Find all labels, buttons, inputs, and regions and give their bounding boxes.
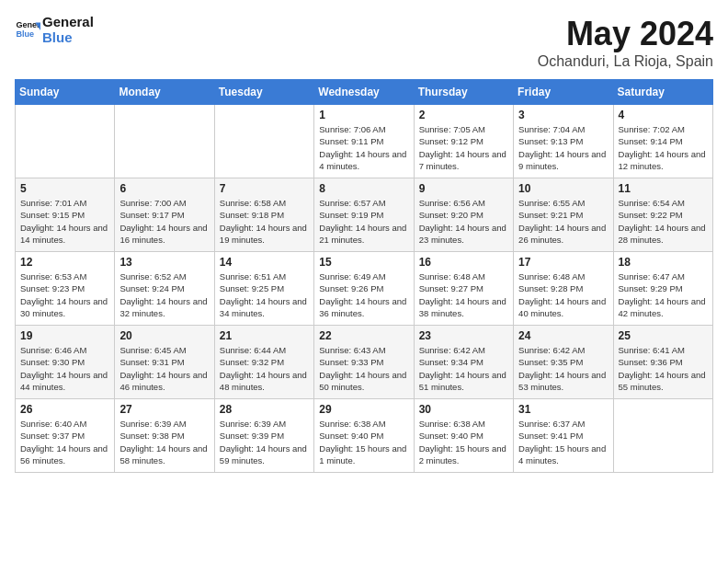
day-number: 20 (119, 329, 209, 342)
day-number: 17 (518, 256, 608, 269)
svg-text:General: General (16, 20, 40, 29)
calendar-cell: 16Sunrise: 6:48 AMSunset: 9:27 PMDayligh… (414, 252, 513, 326)
weekday-header-wednesday: Wednesday (314, 80, 414, 105)
location-title: Ochanduri, La Rioja, Spain (538, 53, 713, 70)
day-info: Sunrise: 6:49 AMSunset: 9:26 PMDaylight:… (319, 270, 408, 319)
calendar-cell: 18Sunrise: 6:47 AMSunset: 9:29 PMDayligh… (613, 252, 712, 326)
calendar-cell: 12Sunrise: 6:53 AMSunset: 9:23 PMDayligh… (16, 252, 115, 326)
day-number: 12 (20, 256, 109, 269)
calendar-week-row: 19Sunrise: 6:46 AMSunset: 9:30 PMDayligh… (16, 326, 713, 399)
day-info: Sunrise: 7:06 AMSunset: 9:11 PMDaylight:… (319, 123, 408, 172)
calendar-cell: 7Sunrise: 6:58 AMSunset: 9:18 PMDaylight… (214, 178, 313, 252)
day-info: Sunrise: 6:42 AMSunset: 9:35 PMDaylight:… (518, 344, 608, 393)
day-number: 8 (319, 182, 408, 195)
day-info: Sunrise: 7:01 AMSunset: 9:15 PMDaylight:… (20, 197, 109, 246)
day-info: Sunrise: 6:38 AMSunset: 9:40 PMDaylight:… (319, 418, 408, 466)
calendar-cell: 19Sunrise: 6:46 AMSunset: 9:30 PMDayligh… (16, 326, 115, 399)
day-info: Sunrise: 7:05 AMSunset: 9:12 PMDaylight:… (419, 123, 508, 172)
calendar-cell: 6Sunrise: 7:00 AMSunset: 9:17 PMDaylight… (115, 178, 214, 252)
weekday-header-friday: Friday (514, 80, 613, 105)
month-title: May 2024 (538, 15, 713, 53)
calendar-week-row: 26Sunrise: 6:40 AMSunset: 9:37 PMDayligh… (16, 399, 713, 473)
calendar-cell: 4Sunrise: 7:02 AMSunset: 9:14 PMDaylight… (613, 105, 712, 178)
day-info: Sunrise: 6:39 AMSunset: 9:38 PMDaylight:… (119, 418, 209, 466)
calendar-cell: 29Sunrise: 6:38 AMSunset: 9:40 PMDayligh… (314, 399, 414, 473)
calendar-cell: 21Sunrise: 6:44 AMSunset: 9:32 PMDayligh… (214, 326, 313, 399)
day-number: 11 (619, 182, 708, 195)
calendar-cell (214, 105, 313, 178)
day-number: 18 (619, 256, 708, 269)
day-info: Sunrise: 6:53 AMSunset: 9:23 PMDaylight:… (20, 270, 109, 319)
day-info: Sunrise: 6:38 AMSunset: 9:40 PMDaylight:… (419, 418, 508, 466)
day-number: 26 (20, 403, 109, 416)
calendar-cell: 10Sunrise: 6:55 AMSunset: 9:21 PMDayligh… (514, 178, 613, 252)
day-number: 30 (419, 403, 508, 416)
day-number: 25 (619, 329, 708, 342)
logo: General Blue General Blue (15, 15, 94, 45)
day-number: 6 (119, 182, 209, 195)
day-number: 14 (220, 256, 309, 269)
day-number: 23 (419, 329, 508, 342)
day-info: Sunrise: 6:37 AMSunset: 9:41 PMDaylight:… (518, 418, 608, 466)
day-number: 10 (518, 182, 608, 195)
calendar-cell: 23Sunrise: 6:42 AMSunset: 9:34 PMDayligh… (414, 326, 513, 399)
calendar-cell: 1Sunrise: 7:06 AMSunset: 9:11 PMDaylight… (314, 105, 414, 178)
calendar-cell: 27Sunrise: 6:39 AMSunset: 9:38 PMDayligh… (115, 399, 214, 473)
logo-line1: General (42, 15, 94, 30)
day-info: Sunrise: 7:04 AMSunset: 9:13 PMDaylight:… (518, 123, 608, 172)
day-number: 31 (518, 403, 608, 416)
calendar-cell: 31Sunrise: 6:37 AMSunset: 9:41 PMDayligh… (514, 399, 613, 473)
day-number: 27 (119, 403, 209, 416)
weekday-header-row: SundayMondayTuesdayWednesdayThursdayFrid… (16, 80, 713, 105)
day-info: Sunrise: 7:00 AMSunset: 9:17 PMDaylight:… (119, 197, 209, 246)
calendar-cell: 22Sunrise: 6:43 AMSunset: 9:33 PMDayligh… (314, 326, 414, 399)
weekday-header-thursday: Thursday (414, 80, 513, 105)
title-block: May 2024 Ochanduri, La Rioja, Spain (538, 15, 713, 70)
day-info: Sunrise: 6:51 AMSunset: 9:25 PMDaylight:… (220, 270, 309, 319)
logo-icon: General Blue (15, 17, 40, 43)
day-number: 22 (319, 329, 408, 342)
day-info: Sunrise: 6:57 AMSunset: 9:19 PMDaylight:… (319, 197, 408, 246)
calendar-week-row: 5Sunrise: 7:01 AMSunset: 9:15 PMDaylight… (16, 178, 713, 252)
calendar-cell: 5Sunrise: 7:01 AMSunset: 9:15 PMDaylight… (16, 178, 115, 252)
calendar-cell: 15Sunrise: 6:49 AMSunset: 9:26 PMDayligh… (314, 252, 414, 326)
day-number: 15 (319, 256, 408, 269)
day-number: 29 (319, 403, 408, 416)
day-number: 5 (20, 182, 109, 195)
day-info: Sunrise: 6:41 AMSunset: 9:36 PMDaylight:… (619, 344, 708, 393)
calendar-cell: 25Sunrise: 6:41 AMSunset: 9:36 PMDayligh… (613, 326, 712, 399)
calendar-cell: 13Sunrise: 6:52 AMSunset: 9:24 PMDayligh… (115, 252, 214, 326)
day-info: Sunrise: 6:48 AMSunset: 9:28 PMDaylight:… (518, 270, 608, 319)
day-number: 1 (319, 109, 408, 121)
calendar-week-row: 1Sunrise: 7:06 AMSunset: 9:11 PMDaylight… (16, 105, 713, 178)
day-number: 24 (518, 329, 608, 342)
calendar-cell (115, 105, 214, 178)
calendar-cell: 17Sunrise: 6:48 AMSunset: 9:28 PMDayligh… (514, 252, 613, 326)
day-info: Sunrise: 7:02 AMSunset: 9:14 PMDaylight:… (619, 123, 708, 172)
calendar-cell: 26Sunrise: 6:40 AMSunset: 9:37 PMDayligh… (16, 399, 115, 473)
day-info: Sunrise: 6:48 AMSunset: 9:27 PMDaylight:… (419, 270, 508, 319)
day-info: Sunrise: 6:55 AMSunset: 9:21 PMDaylight:… (518, 197, 608, 246)
calendar-cell: 28Sunrise: 6:39 AMSunset: 9:39 PMDayligh… (214, 399, 313, 473)
calendar-cell: 24Sunrise: 6:42 AMSunset: 9:35 PMDayligh… (514, 326, 613, 399)
calendar-cell (613, 399, 712, 473)
day-number: 19 (20, 329, 109, 342)
weekday-header-sunday: Sunday (16, 80, 115, 105)
header: General Blue General Blue May 2024 Ochan… (15, 15, 713, 70)
day-number: 21 (220, 329, 309, 342)
day-info: Sunrise: 6:43 AMSunset: 9:33 PMDaylight:… (319, 344, 408, 393)
day-number: 9 (419, 182, 508, 195)
calendar-cell: 2Sunrise: 7:05 AMSunset: 9:12 PMDaylight… (414, 105, 513, 178)
calendar-week-row: 12Sunrise: 6:53 AMSunset: 9:23 PMDayligh… (16, 252, 713, 326)
day-info: Sunrise: 6:58 AMSunset: 9:18 PMDaylight:… (220, 197, 309, 246)
day-number: 16 (419, 256, 508, 269)
day-number: 3 (518, 109, 608, 121)
weekday-header-monday: Monday (115, 80, 214, 105)
day-info: Sunrise: 6:40 AMSunset: 9:37 PMDaylight:… (20, 418, 109, 466)
calendar-table: SundayMondayTuesdayWednesdayThursdayFrid… (15, 79, 713, 473)
day-number: 28 (220, 403, 309, 416)
day-info: Sunrise: 6:46 AMSunset: 9:30 PMDaylight:… (20, 344, 109, 393)
day-info: Sunrise: 6:56 AMSunset: 9:20 PMDaylight:… (419, 197, 508, 246)
day-info: Sunrise: 6:39 AMSunset: 9:39 PMDaylight:… (220, 418, 309, 466)
day-info: Sunrise: 6:45 AMSunset: 9:31 PMDaylight:… (119, 344, 209, 393)
